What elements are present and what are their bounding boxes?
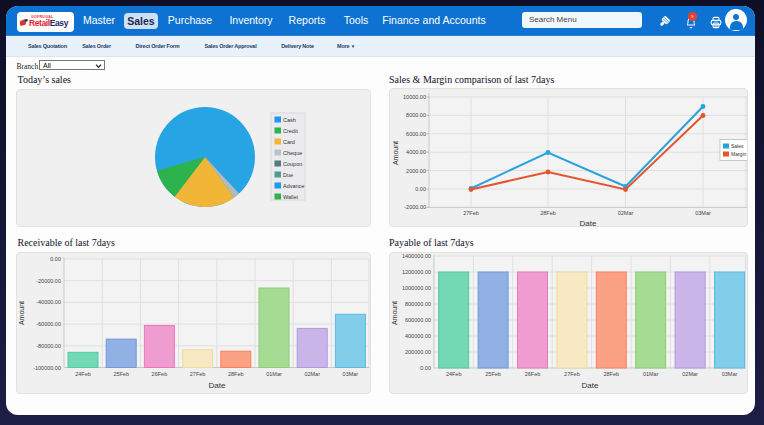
svg-text:8000.00: 8000.00 bbox=[406, 112, 426, 118]
svg-text:03Mar: 03Mar bbox=[343, 371, 359, 377]
svg-text:-60000.00: -60000.00 bbox=[36, 321, 61, 327]
svg-text:02Mar: 02Mar bbox=[304, 371, 320, 377]
svg-text:28Feb: 28Feb bbox=[228, 371, 244, 377]
svg-text:25Feb: 25Feb bbox=[485, 371, 501, 377]
svg-text:28Feb: 28Feb bbox=[603, 371, 619, 377]
svg-text:2000.00: 2000.00 bbox=[406, 168, 426, 174]
svg-text:27Feb: 27Feb bbox=[463, 210, 479, 216]
svg-text:10000.00: 10000.00 bbox=[403, 94, 426, 100]
svg-text:Wallet: Wallet bbox=[283, 194, 299, 200]
svg-text:01Mar: 01Mar bbox=[643, 371, 659, 377]
svg-text:Due: Due bbox=[283, 172, 293, 178]
svg-text:-40000.00: -40000.00 bbox=[36, 299, 61, 305]
svg-text:Amount: Amount bbox=[392, 141, 399, 165]
svg-text:24Feb: 24Feb bbox=[446, 371, 462, 377]
svg-text:0.00: 0.00 bbox=[415, 186, 426, 192]
svg-text:24Feb: 24Feb bbox=[75, 371, 91, 377]
svg-text:600000.00: 600000.00 bbox=[405, 317, 431, 323]
svg-text:1400000.00: 1400000.00 bbox=[402, 253, 431, 259]
svg-text:02Mar: 02Mar bbox=[618, 210, 634, 216]
svg-text:Coupon: Coupon bbox=[283, 161, 302, 167]
svg-text:-80000.00: -80000.00 bbox=[36, 343, 61, 349]
svg-text:Cash: Cash bbox=[283, 117, 296, 123]
svg-text:Advance: Advance bbox=[283, 183, 304, 189]
svg-text:Margin: Margin bbox=[731, 151, 747, 157]
svg-text:-2000.00: -2000.00 bbox=[404, 204, 426, 210]
svg-text:27Feb: 27Feb bbox=[564, 371, 580, 377]
svg-text:Amount: Amount bbox=[18, 301, 25, 325]
svg-text:800000.00: 800000.00 bbox=[405, 301, 431, 307]
svg-text:28Feb: 28Feb bbox=[540, 210, 556, 216]
svg-text:26Feb: 26Feb bbox=[525, 371, 541, 377]
svg-text:400000.00: 400000.00 bbox=[405, 333, 431, 339]
svg-text:Credit: Credit bbox=[283, 128, 298, 134]
svg-text:Date: Date bbox=[582, 381, 599, 390]
svg-text:-100000.00: -100000.00 bbox=[33, 365, 61, 371]
svg-text:200000.00: 200000.00 bbox=[405, 349, 431, 355]
svg-text:Sales: Sales bbox=[731, 143, 744, 149]
svg-text:02Mar: 02Mar bbox=[682, 371, 698, 377]
svg-text:03Mar: 03Mar bbox=[722, 371, 738, 377]
svg-text:Amount: Amount bbox=[391, 301, 398, 325]
svg-text:0.00: 0.00 bbox=[50, 256, 61, 262]
svg-text:Cheque: Cheque bbox=[283, 150, 302, 156]
svg-text:01Mar: 01Mar bbox=[266, 371, 282, 377]
svg-text:0.00: 0.00 bbox=[420, 365, 431, 371]
svg-text:4000.00: 4000.00 bbox=[406, 149, 426, 155]
svg-text:03Mar: 03Mar bbox=[695, 210, 711, 216]
svg-text:25Feb: 25Feb bbox=[113, 371, 129, 377]
svg-text:-20000.00: -20000.00 bbox=[36, 278, 61, 284]
svg-text:1200000.00: 1200000.00 bbox=[402, 269, 431, 275]
svg-text:1000000.00: 1000000.00 bbox=[402, 285, 431, 291]
svg-text:Date: Date bbox=[580, 219, 597, 228]
svg-text:27Feb: 27Feb bbox=[190, 371, 206, 377]
svg-text:Card: Card bbox=[283, 139, 295, 145]
svg-text:26Feb: 26Feb bbox=[152, 371, 168, 377]
svg-text:6000.00: 6000.00 bbox=[406, 131, 426, 137]
svg-text:Date: Date bbox=[209, 381, 226, 390]
